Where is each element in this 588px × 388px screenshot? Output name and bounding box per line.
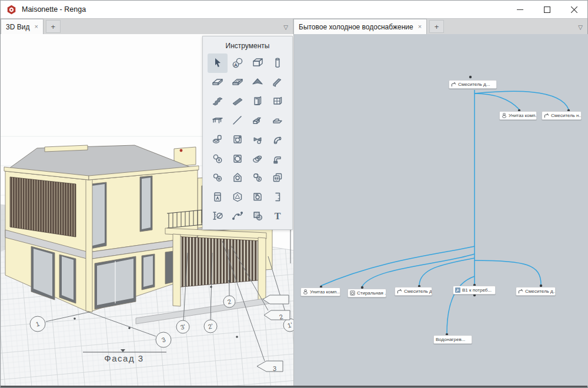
tool-line[interactable] — [228, 111, 248, 131]
wall-icon — [251, 56, 264, 69]
line-icon — [231, 114, 244, 127]
plate-icon — [271, 114, 284, 127]
schematic-node[interactable]: Смеситель д... — [516, 287, 556, 296]
node-label: В1 к потреб... — [462, 287, 492, 293]
axis-marker: 1 — [30, 316, 45, 332]
tool-wall[interactable] — [248, 53, 268, 73]
tool-toilet[interactable] — [208, 130, 228, 149]
maximize-button[interactable] — [533, 1, 560, 18]
tool-element[interactable] — [228, 188, 248, 207]
wiring-accessory-icon — [251, 171, 264, 184]
tab-close-icon[interactable]: × — [34, 24, 38, 30]
tool-measure[interactable]: A — [228, 53, 248, 73]
tool-pipe-elbow[interactable] — [268, 130, 288, 149]
tool-hatch[interactable] — [248, 206, 268, 226]
tool-text[interactable]: T — [268, 206, 288, 226]
svg-text:3: 3 — [273, 365, 276, 372]
tab-overflow-icon[interactable]: ▽ — [283, 24, 288, 31]
tool-window[interactable] — [268, 92, 288, 111]
pipe-elbow-icon — [271, 133, 284, 146]
socket-icon — [271, 171, 284, 184]
tool-assembly[interactable] — [248, 111, 268, 131]
tool-opening[interactable] — [228, 73, 248, 92]
tool-beam[interactable] — [268, 73, 288, 92]
floor-icon — [211, 76, 224, 89]
fan-equipment-icon — [231, 152, 244, 165]
roof-icon — [251, 76, 264, 89]
tool-equipment[interactable] — [228, 130, 248, 149]
roof-marker-dot — [180, 149, 183, 152]
schematic-node[interactable]: Смеситель н... — [542, 111, 582, 120]
tool-spline[interactable] — [228, 206, 248, 226]
tool-plate[interactable] — [268, 111, 288, 131]
application-window: Maisonette - Renga 3D Вид × + ▽ Бытовое … — [0, 0, 588, 388]
tool-stairs[interactable] — [208, 92, 228, 111]
tool-floor[interactable] — [208, 73, 228, 92]
schematic-node[interactable]: Смеситель д... — [449, 80, 497, 89]
svg-text:A: A — [234, 62, 238, 68]
tool-ramp[interactable] — [228, 92, 248, 111]
beam-icon — [271, 76, 284, 89]
tab-overflow-icon[interactable]: ▽ — [578, 24, 583, 31]
electrical-panel-icon — [211, 190, 224, 203]
pipe-fitting-icon — [251, 133, 264, 146]
measure-icon: A — [231, 56, 244, 69]
tool-drawing-view[interactable] — [248, 188, 268, 207]
tool-pipe-fitting[interactable] — [248, 130, 268, 149]
viewport-3d[interactable]: 133'2'21'23 Фасад 3 Инструменты AT — [1, 34, 294, 387]
tool-select[interactable] — [208, 53, 228, 73]
table-icon — [211, 114, 224, 127]
schematic-node[interactable]: Смеситель д... — [395, 287, 432, 296]
tool-duct-elbow[interactable] — [268, 149, 288, 169]
axis-marker: 2 — [223, 296, 235, 307]
tool-electrical-system[interactable] — [208, 168, 228, 188]
close-button[interactable] — [560, 1, 587, 18]
node-label: Смеситель н... — [551, 113, 582, 118]
schematic-node[interactable]: Унитаз комп... — [499, 111, 537, 120]
schematic-node[interactable]: Стиральная ... — [348, 289, 386, 297]
tool-dimension[interactable] — [208, 206, 228, 226]
tool-socket[interactable] — [268, 168, 288, 188]
minimize-button[interactable] — [506, 1, 533, 18]
tool-wiring-accessory[interactable] — [248, 168, 268, 188]
toilet-icon — [211, 133, 224, 146]
schematic-node[interactable]: В1 к потреб... — [453, 286, 496, 295]
node-label: Смеситель д... — [404, 289, 432, 294]
tool-electrical-panel[interactable] — [208, 188, 228, 207]
stairs-icon — [211, 95, 224, 108]
node-label: Смеситель д... — [458, 82, 490, 87]
tool-table[interactable] — [208, 111, 228, 131]
tool-fan-equipment[interactable] — [228, 149, 248, 169]
add-tab-button[interactable]: + — [429, 20, 444, 33]
tool-duct-fitting[interactable] — [248, 149, 268, 169]
tool-door[interactable] — [248, 92, 268, 111]
add-tab-button[interactable]: + — [46, 20, 61, 33]
tab-3d-view[interactable]: 3D Вид × — [1, 19, 44, 34]
electrical-system-icon — [211, 171, 224, 184]
axis-marker: 1' — [283, 319, 294, 332]
tool-roof[interactable] — [248, 73, 268, 92]
window-bottom-frame — [1, 386, 587, 387]
window-title: Maisonette - Renga — [22, 5, 86, 14]
equipment-icon — [231, 133, 244, 146]
schematic-node[interactable]: Водонагрев... — [433, 335, 472, 344]
tab-label: Бытовое холодное водоснабжение — [299, 23, 413, 31]
tool-plumbing-system[interactable] — [208, 149, 228, 169]
connection-dot[interactable] — [469, 76, 472, 78]
tool-column[interactable] — [268, 53, 288, 73]
title-bar: Maisonette - Renga — [1, 1, 587, 18]
tab-close-icon[interactable]: × — [418, 24, 422, 30]
column-icon — [271, 56, 284, 69]
assembly-icon — [251, 114, 264, 127]
svg-text:T: T — [275, 211, 281, 221]
renga-logo-icon — [6, 5, 16, 15]
right-tab-bar: Бытовое холодное водоснабжение × + ▽ — [293, 18, 587, 34]
schematic-canvas[interactable]: Смеситель д...Унитаз комп...Смеситель н.… — [294, 34, 588, 387]
spline-icon — [231, 209, 244, 222]
schematic-node[interactable]: Унитаз комп... — [300, 287, 340, 296]
select-icon — [211, 56, 224, 69]
tab-cold-water[interactable]: Бытовое холодное водоснабжение × — [293, 19, 427, 34]
tool-profile[interactable] — [268, 188, 288, 207]
axis-marker: 3 — [156, 332, 171, 347]
tool-light-fixture[interactable] — [228, 168, 248, 188]
